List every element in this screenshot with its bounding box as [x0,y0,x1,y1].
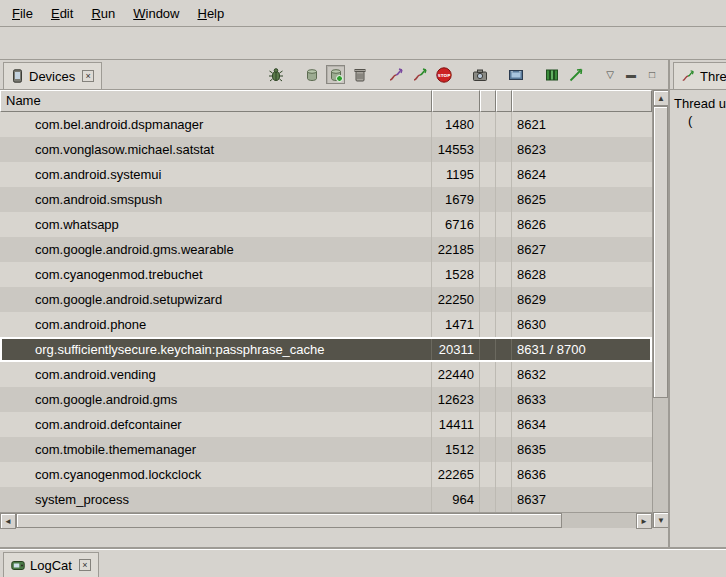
menu-file[interactable]: File [3,2,42,25]
table-row[interactable]: com.android.smspush 1679 8625 [0,187,652,212]
table-row[interactable]: com.android.vending 22440 8632 [0,362,652,387]
menu-run[interactable]: Run [82,2,124,25]
cause-gc-icon[interactable] [350,65,369,84]
table-row[interactable]: com.whatsapp 6716 8626 [0,212,652,237]
column-header-name[interactable]: Name [0,90,432,112]
table-row[interactable]: com.tmobile.thememanager 1512 8635 [0,437,652,462]
minimize-icon[interactable]: ▬ [623,69,639,80]
process-pid: 1195 [432,162,480,187]
start-tracing-icon[interactable] [566,65,585,84]
process-pid: 1528 [432,262,480,287]
process-table: Name com.bel.android.dspmanager 1480 862… [0,90,668,528]
stop-process-icon[interactable]: STOP [434,65,453,84]
update-heap-icon[interactable] [302,65,321,84]
v-scroll-thumb[interactable] [653,106,668,398]
table-row[interactable]: com.android.phone 1471 8630 [0,312,652,337]
v-scroll-track[interactable] [653,106,668,512]
process-name: com.cyanogenmod.lockclock [0,462,432,487]
threads-panel: Threads Thread up ( [668,60,726,549]
horizontal-scrollbar[interactable]: ◄ ► [0,512,652,528]
process-name: com.tmobile.thememanager [0,437,432,462]
h-scroll-track[interactable] [16,513,636,528]
debug-process-icon[interactable] [266,65,285,84]
column-header-blank2[interactable] [496,90,512,112]
dump-hprof-icon[interactable] [326,65,345,84]
process-name: com.bel.android.dspmanager [0,112,432,137]
menu-window[interactable]: Window [124,2,188,25]
threads-message: Thread up ( [670,90,726,134]
device-icon [11,69,24,83]
table-row[interactable]: com.google.android.gms 12623 8633 [0,387,652,412]
h-scroll-thumb[interactable] [16,513,562,528]
process-pid: 20311 [432,337,480,362]
svg-text:STOP: STOP [437,73,450,78]
column-header-pid[interactable] [432,90,480,112]
scroll-left-icon[interactable]: ◄ [0,513,16,529]
process-pid: 22250 [432,287,480,312]
tab-threads-label: Threads [700,69,726,84]
process-pid: 6716 [432,212,480,237]
process-port: 8635 [512,437,652,462]
threads-message-line1: Thread up [674,95,722,112]
process-port: 8630 [512,312,652,337]
process-name: com.android.smspush [0,187,432,212]
table-row[interactable]: com.cyanogenmod.trebuchet 1528 8628 [0,262,652,287]
table-row[interactable]: com.android.defcontainer 14411 8634 [0,412,652,437]
table-header: Name [0,90,652,112]
process-pid: 14411 [432,412,480,437]
view-menu-icon[interactable]: ▽ [602,69,618,80]
process-name: com.vonglasow.michael.satstat [0,137,432,162]
capture-video-icon[interactable] [506,65,525,84]
close-icon[interactable]: × [82,70,94,82]
process-port: 8633 [512,387,652,412]
vertical-scrollbar[interactable]: ▲ ▼ [652,90,668,528]
process-name: com.android.phone [0,312,432,337]
process-pid: 14553 [432,137,480,162]
threads-message-line2: ( [674,112,722,129]
tab-logcat-label: LogCat [30,558,72,573]
process-name: com.cyanogenmod.trebuchet [0,262,432,287]
devices-tabbar: Devices × [0,60,668,90]
maximize-icon[interactable]: □ [644,69,660,80]
systrace-icon[interactable] [542,65,561,84]
process-port: 8627 [512,237,652,262]
scroll-down-icon[interactable]: ▼ [653,512,669,528]
table-row[interactable]: system_process 964 8637 [0,487,652,512]
process-pid: 22265 [432,462,480,487]
menu-help[interactable]: Help [188,2,233,25]
tab-devices-label: Devices [29,69,75,84]
process-port: 8621 [512,112,652,137]
table-row[interactable]: com.vonglasow.michael.satstat 14553 8623 [0,137,652,162]
scroll-up-icon[interactable]: ▲ [653,90,669,106]
start-method-profiling-icon[interactable] [410,65,429,84]
process-name: com.android.defcontainer [0,412,432,437]
update-threads-icon[interactable] [386,65,405,84]
table-row[interactable]: com.bel.android.dspmanager 1480 8621 [0,112,652,137]
process-name: com.whatsapp [0,212,432,237]
table-row-selected[interactable]: org.sufficientlysecure.keychain:passphra… [0,337,652,362]
table-row[interactable]: com.google.android.setupwizard 22250 862… [0,287,652,312]
tab-threads[interactable]: Threads [673,62,726,89]
process-pid: 1480 [432,112,480,137]
menu-edit[interactable]: Edit [42,2,82,25]
process-port: 8634 [512,412,652,437]
scroll-right-icon[interactable]: ► [636,513,652,529]
process-port: 8628 [512,262,652,287]
main-toolbar [0,27,726,60]
close-icon[interactable]: × [79,559,91,571]
process-rows: com.bel.android.dspmanager 1480 8621 com… [0,112,652,512]
process-port: 8623 [512,137,652,162]
table-row[interactable]: com.google.android.gms.wearable 22185 86… [0,237,652,262]
process-port: 8625 [512,187,652,212]
screen-capture-icon[interactable] [470,65,489,84]
column-header-blank1[interactable] [480,90,496,112]
process-name: system_process [0,487,432,512]
table-row[interactable]: com.android.systemui 1195 8624 [0,162,652,187]
process-port: 8629 [512,287,652,312]
logcat-bar: LogCat × [0,549,726,577]
process-port: 8637 [512,487,652,512]
column-header-port[interactable] [512,90,652,112]
tab-devices[interactable]: Devices × [3,62,102,89]
table-row[interactable]: com.cyanogenmod.lockclock 22265 8636 [0,462,652,487]
tab-logcat[interactable]: LogCat × [3,552,99,577]
